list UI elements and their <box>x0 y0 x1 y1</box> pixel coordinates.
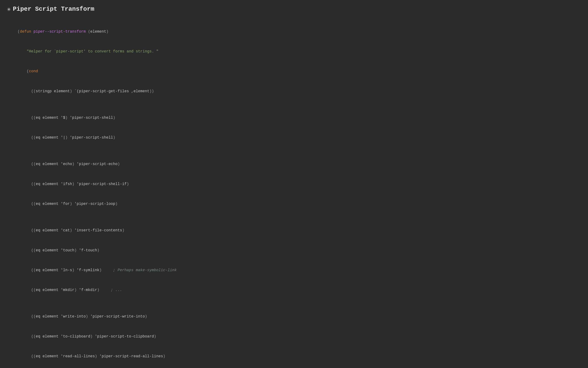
line-eq-lns: ((eq element 'ln-s) 'f-symlink) ; Perhap… <box>18 260 570 280</box>
line-stringp: ((stringp element) `(piper-script-get-fi… <box>18 81 570 101</box>
page-title: ✳ Piper Script Transform <box>7 5 581 13</box>
code-block: (defun piper--script-transform (element)… <box>7 20 581 368</box>
line-eq-echo: ((eq element 'echo) 'piper-script-echo) <box>18 154 570 174</box>
line-comment-dots: ;; ... <box>18 367 570 368</box>
line-eq-readalllines: ((eq element 'read-all-lines) 'piper-scr… <box>18 346 570 366</box>
line-eq-touch: ((eq element 'touch) 'f-touch) <box>18 240 570 260</box>
line-eq-dollar: ((eq element '$) 'piper-script-shell) <box>18 108 570 128</box>
line-eq-ifsh: ((eq element 'ifsh) 'piper-script-shell-… <box>18 174 570 194</box>
line-eq-mkdir: ((eq element 'mkdir) 'f-mkdir) ; ... <box>18 280 570 300</box>
line-eq-toclipboard: ((eq element 'to-clipboard) 'piper-scrip… <box>18 327 570 346</box>
line-eq-for: ((eq element 'for) 'piper-script-loop) <box>18 194 570 214</box>
line-eq-cat: ((eq element 'cat) 'insert-file-contents… <box>18 221 570 240</box>
title-label: Piper Script Transform <box>13 6 94 13</box>
line-eq-pipe: ((eq element '|) 'piper-script-shell) <box>18 128 570 148</box>
asterisk-icon: ✳ <box>7 5 11 13</box>
line-eq-writeinto: ((eq element 'write-into) 'piper-script-… <box>18 307 570 327</box>
line-docstring: "Helper for `piper-script' to convert fo… <box>18 42 570 61</box>
line-defun: (defun piper--script-transform (element) <box>18 22 570 42</box>
line-cond: (cond <box>18 62 570 81</box>
